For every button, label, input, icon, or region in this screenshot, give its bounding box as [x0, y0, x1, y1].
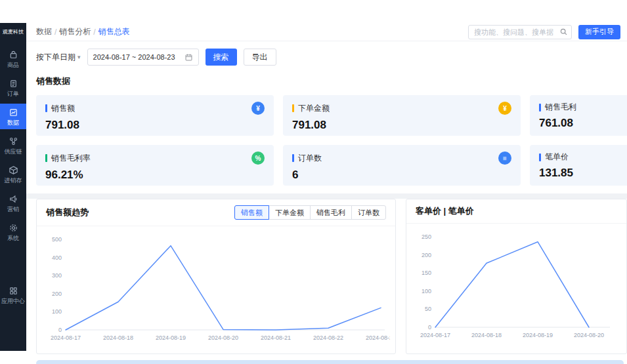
stat-label: 订单数	[298, 153, 322, 164]
topbar-right: 新手引导	[468, 25, 620, 39]
stat-card-sales-amount: 销售额 ¥ 791.08	[36, 95, 274, 136]
stats-grid: 销售额 ¥ 791.08 下单金额 ¥ 791.08	[36, 95, 617, 186]
breadcrumb-current: 销售总表	[98, 26, 130, 37]
export-button[interactable]: 导出	[244, 49, 276, 66]
sidebar-item-products[interactable]: 商品	[0, 46, 26, 71]
tab-sales-amount[interactable]: 销售额	[234, 205, 269, 220]
sidebar-item-label: 数据	[6, 119, 20, 126]
stat-label: 销售毛利率	[51, 153, 91, 164]
section-title: 销售数据	[36, 75, 617, 87]
stat-value: 761.08	[539, 117, 627, 130]
chart-metric-tabs: 销售额 下单金额 销售毛利 订单数	[234, 205, 386, 220]
charts-row: 销售额趋势 销售额 下单金额 销售毛利 订单数 0100200300400500…	[26, 199, 627, 354]
horizontal-scrollbar[interactable]	[36, 360, 624, 364]
breadcrumb-separator: /	[93, 28, 95, 37]
stat-value: 6	[292, 169, 511, 182]
sidebar-item-marketing[interactable]: 营销	[0, 190, 26, 216]
sidebar-item-system[interactable]: 系统	[0, 219, 26, 245]
label-accent-bar	[45, 154, 47, 162]
search-input[interactable]	[468, 25, 572, 39]
sidebar-item-label: 营销	[6, 206, 20, 212]
sidebar-item-label: 应用中心	[0, 298, 26, 304]
stat-card-avg-order-value: 笔单价 131.85	[530, 145, 627, 186]
svg-text:50: 50	[425, 306, 431, 312]
logo: 观麦科技	[0, 23, 26, 35]
label-accent-bar	[292, 154, 294, 162]
sidebar-item-label: 系统	[6, 235, 20, 241]
svg-text:200: 200	[422, 252, 431, 258]
date-type-label: 按下单日期	[36, 52, 76, 63]
svg-text:300: 300	[52, 272, 62, 279]
breadcrumb: 数据 / 销售分析 / 销售总表	[36, 26, 130, 37]
calendar-icon	[184, 53, 193, 62]
sidebar-item-label: 进销存	[3, 177, 24, 184]
stat-value: 791.08	[45, 119, 265, 132]
filter-row: 按下单日期 ▾ 2024-08-17 ~ 2024-08-23 搜索 导出	[36, 48, 617, 66]
svg-text:100: 100	[422, 288, 431, 294]
stat-label: 下单金额	[298, 103, 330, 114]
sidebar-nav: 商品 订单 数据 供应链 进销存 营销	[0, 46, 26, 311]
svg-text:200: 200	[52, 291, 62, 297]
tab-gross-profit[interactable]: 销售毛利	[310, 205, 352, 220]
list-badge-icon: ≡	[498, 152, 511, 165]
topbar: 数据 / 销售分析 / 销售总表 新手引导	[26, 23, 627, 41]
section-divider	[26, 193, 627, 199]
svg-text:2024-08-21: 2024-08-21	[261, 334, 291, 341]
svg-text:2024-08-19: 2024-08-19	[523, 332, 553, 338]
tab-order-count[interactable]: 订单数	[351, 205, 386, 220]
yen-badge-icon: ¥	[251, 102, 265, 115]
sidebar-item-inventory[interactable]: 进销存	[0, 161, 26, 187]
price-chart-card: 客单价 | 笔单价 0501001502002502024-08-172024-…	[406, 199, 627, 354]
svg-text:150: 150	[422, 270, 431, 276]
svg-text:100: 100	[52, 308, 62, 315]
svg-text:0: 0	[58, 327, 62, 333]
stat-label: 销售毛利	[545, 102, 576, 113]
svg-text:400: 400	[52, 254, 62, 261]
marketing-icon	[9, 194, 18, 204]
breadcrumb-separator: /	[54, 28, 56, 37]
stat-value: 96.21%	[45, 169, 265, 182]
yen-badge-icon: ¥	[498, 102, 511, 115]
price-line-chart: 0501001502002502024-08-172024-08-182024-…	[412, 229, 615, 342]
order-icon	[9, 79, 18, 89]
gear-icon	[9, 223, 18, 233]
sidebar-item-data[interactable]: 数据	[0, 104, 26, 129]
svg-text:2024-08-20: 2024-08-20	[574, 332, 604, 338]
svg-text:2024-08-20: 2024-08-20	[208, 334, 238, 341]
sidebar-item-orders[interactable]: 订单	[0, 75, 26, 100]
svg-text:2024-08-19: 2024-08-19	[156, 334, 186, 341]
svg-text:2024-08-18: 2024-08-18	[471, 332, 502, 338]
guide-button[interactable]: 新手引导	[578, 25, 620, 39]
date-type-dropdown[interactable]: 按下单日期 ▾	[36, 52, 81, 63]
label-accent-bar	[539, 153, 541, 161]
stat-card-gross-margin: 销售毛利率 % 96.21%	[36, 145, 274, 186]
main-content: 数据 / 销售分析 / 销售总表 新手引导 按下单日期 ▾	[26, 23, 627, 364]
stat-card-order-amount: 下单金额 ¥ 791.08	[283, 95, 521, 136]
svg-text:2024-08-23: 2024-08-23	[366, 334, 390, 341]
tab-order-amount[interactable]: 下单金额	[269, 205, 311, 220]
chevron-down-icon: ▾	[77, 54, 81, 60]
svg-text:0: 0	[428, 324, 431, 331]
svg-text:2024-08-18: 2024-08-18	[103, 334, 133, 341]
sidebar-item-label: 供应链	[3, 148, 24, 155]
breadcrumb-item[interactable]: 销售分析	[59, 26, 91, 37]
app-frame: 观麦科技 商品 订单 数据 供应链 进销存	[0, 23, 627, 364]
sidebar: 观麦科技 商品 订单 数据 供应链 进销存	[0, 23, 26, 351]
label-accent-bar	[539, 104, 541, 111]
product-icon	[9, 50, 18, 60]
breadcrumb-item[interactable]: 数据	[36, 26, 52, 37]
svg-text:2024-08-22: 2024-08-22	[313, 334, 343, 341]
date-range-picker[interactable]: 2024-08-17 ~ 2024-08-23	[87, 49, 199, 66]
svg-text:500: 500	[52, 236, 62, 243]
stat-card-order-count: 订单数 ≡ 6	[283, 145, 521, 186]
sales-trend-chart-card: 销售额趋势 销售额 下单金额 销售毛利 订单数 0100200300400500…	[36, 199, 396, 354]
svg-text:2024-08-17: 2024-08-17	[51, 334, 81, 341]
search-button[interactable]: 搜索	[205, 49, 237, 66]
label-accent-bar	[292, 104, 294, 112]
apps-grid-icon	[9, 286, 18, 296]
sidebar-item-supply-chain[interactable]: 供应链	[0, 132, 26, 158]
sales-panel: 按下单日期 ▾ 2024-08-17 ~ 2024-08-23 搜索 导出 销售…	[26, 41, 627, 193]
sidebar-item-app-center[interactable]: 应用中心	[0, 282, 26, 308]
sales-trend-line-chart: 01002003004005002024-08-172024-08-182024…	[42, 232, 390, 344]
search-icon[interactable]	[559, 28, 568, 36]
